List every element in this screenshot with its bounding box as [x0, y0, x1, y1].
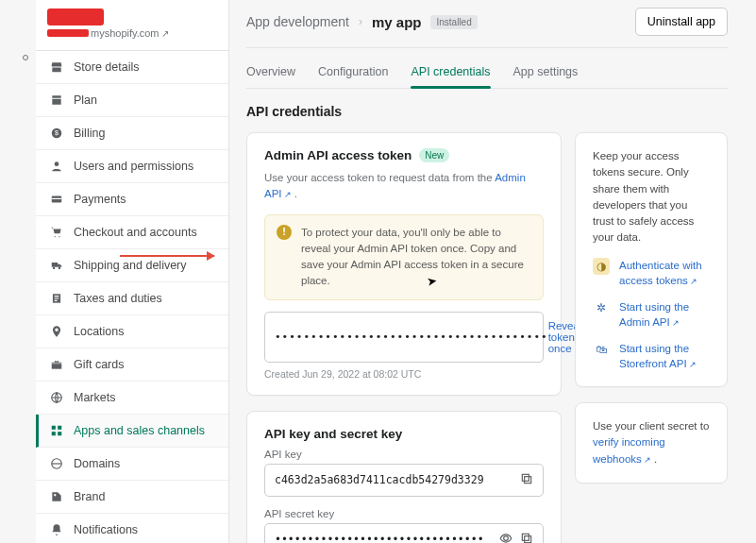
external-link-icon: ↗ — [690, 277, 697, 286]
access-token-field: •••••••••••••••••••••••••••••••••••••• R… — [264, 312, 544, 363]
nav-notifications[interactable]: Notifications — [36, 514, 228, 543]
copy-icon[interactable] — [520, 532, 533, 544]
webhooks-card: Use your client secret to verify incomin… — [575, 402, 728, 484]
token-helper-text: Use your access token to request data fr… — [264, 170, 544, 203]
external-link-icon: ↗ — [644, 455, 651, 465]
webhooks-text: Use your client secret to verify incomin… — [593, 418, 710, 467]
secret-key-field[interactable]: •••••••••••••••••••••••••••••••• — [264, 523, 544, 544]
billing-icon: $ — [49, 126, 64, 141]
settings-nav: Store details Plan $Billing Users and pe… — [36, 50, 228, 543]
nav-apps[interactable]: Apps and sales channels — [36, 415, 228, 448]
external-link-icon: ↗ — [672, 318, 680, 328]
svg-rect-10 — [52, 426, 56, 430]
svg-text:$: $ — [55, 129, 59, 136]
api-keys-card: API key and secret key API key c463d2a5a… — [246, 411, 562, 544]
resource-auth-tokens[interactable]: ◑ Authenticate with access tokens↗ — [593, 258, 710, 288]
svg-point-2 — [55, 161, 59, 166]
secret-masked-value: •••••••••••••••••••••••••••••••• — [275, 533, 484, 543]
bell-icon — [49, 522, 64, 537]
nav-locations[interactable]: Locations — [36, 315, 228, 348]
security-tips-card: Keep your access tokens secure. Only sha… — [575, 132, 728, 387]
nav-checkout[interactable]: Checkout and accounts — [36, 216, 228, 249]
tab-configuration[interactable]: Configuration — [318, 58, 388, 88]
token-masked-value: •••••••••••••••••••••••••••••••••••••• — [275, 331, 548, 343]
svg-rect-4 — [52, 198, 62, 199]
api-key-field[interactable]: c463d2a5a683d7411cacdb54279d3329 — [264, 464, 544, 497]
plan-icon — [49, 93, 64, 108]
secret-key-label: API secret key — [264, 508, 544, 519]
svg-rect-21 — [525, 535, 531, 542]
chevron-right-icon: › — [359, 15, 362, 28]
breadcrumb-current: my app — [372, 14, 422, 30]
status-badge: Installed — [430, 15, 477, 29]
divider — [246, 47, 728, 48]
nav-billing[interactable]: $Billing — [36, 117, 228, 150]
settings-sidebar: myshopify.com ↗ Store details Plan $Bill… — [36, 0, 229, 543]
security-text: Keep your access tokens secure. Only sha… — [593, 148, 710, 246]
store-name-redacted — [47, 29, 89, 37]
globe-icon — [49, 390, 64, 405]
admin-api-token-card: Admin API access token New Use your acce… — [246, 132, 562, 396]
store-domain-suffix: myshopify.com — [91, 27, 160, 39]
external-link-icon: ↗ — [161, 28, 169, 39]
location-icon — [49, 324, 64, 339]
taxes-icon — [49, 291, 64, 306]
api-key-value: c463d2a5a683d7411cacdb54279d3329 — [275, 473, 484, 486]
tab-overview[interactable]: Overview — [246, 58, 295, 88]
nav-brand[interactable]: Brand — [36, 481, 228, 514]
brand-icon — [49, 489, 64, 504]
apps-icon — [49, 423, 64, 438]
nav-payments[interactable]: Payments — [36, 183, 228, 216]
truck-icon — [49, 258, 64, 273]
resource-storefront-api[interactable]: 🛍 Start using the Storefront API↗ — [593, 341, 710, 371]
svg-rect-22 — [522, 534, 529, 540]
main-content: App development › my app Installed Unins… — [229, 0, 756, 543]
warning-icon: ! — [277, 225, 292, 240]
store-domain[interactable]: myshopify.com ↗ — [47, 27, 217, 39]
resource-admin-api[interactable]: ✲ Start using the Admin API↗ — [593, 299, 710, 330]
nav-domains[interactable]: Domains — [36, 448, 228, 481]
nav-store-details[interactable]: Store details — [36, 51, 228, 84]
api-key-label: API key — [264, 449, 544, 460]
nav-gift-cards[interactable]: Gift cards — [36, 348, 228, 382]
payments-icon — [49, 192, 64, 207]
nav-users[interactable]: Users and permissions — [36, 150, 228, 183]
gift-icon — [49, 357, 64, 372]
svg-point-6 — [59, 267, 60, 269]
eye-icon[interactable] — [499, 532, 512, 544]
svg-rect-12 — [52, 432, 56, 435]
breadcrumb-parent[interactable]: App development — [246, 14, 349, 29]
svg-rect-13 — [58, 432, 61, 435]
external-link-icon: ↗ — [689, 360, 697, 369]
svg-point-5 — [53, 267, 55, 269]
tab-app-settings[interactable]: App settings — [513, 58, 579, 88]
copy-icon[interactable] — [520, 472, 533, 488]
users-icon — [49, 159, 64, 174]
svg-rect-8 — [52, 363, 62, 365]
token-warning-banner: ! To protect your data, you'll only be a… — [264, 214, 544, 300]
cart-icon — [49, 225, 64, 240]
nav-taxes[interactable]: Taxes and duties — [36, 282, 228, 315]
uninstall-button[interactable]: Uninstall app — [635, 8, 728, 36]
cursor-icon: ➤ — [426, 273, 438, 289]
breadcrumb-row: App development › my app Installed Unins… — [246, 4, 728, 47]
nav-plan[interactable]: Plan — [36, 84, 228, 117]
token-created-text: Created Jun 29, 2022 at 08:02 UTC — [264, 368, 544, 380]
card-title: Admin API access token — [264, 148, 412, 162]
domains-icon — [49, 456, 64, 471]
annotation-arrow — [120, 255, 214, 257]
keys-card-title: API key and secret key — [264, 427, 544, 441]
tab-api-credentials[interactable]: API credentials — [411, 58, 490, 88]
svg-rect-11 — [58, 426, 61, 430]
gear-icon: ✲ — [593, 299, 610, 316]
external-link-icon: ↗ — [284, 190, 292, 199]
new-badge: New — [419, 148, 449, 162]
warning-text: To protect your data, you'll only be abl… — [301, 225, 531, 290]
store-header: myshopify.com ↗ — [36, 3, 228, 44]
svg-rect-19 — [525, 476, 531, 483]
section-title: API credentials — [246, 104, 728, 119]
nav-markets[interactable]: Markets — [36, 382, 228, 415]
svg-rect-20 — [522, 474, 529, 481]
tabs: Overview Configuration API credentials A… — [246, 58, 728, 89]
verify-webhooks-link[interactable]: verify incoming webhooks — [593, 436, 665, 464]
